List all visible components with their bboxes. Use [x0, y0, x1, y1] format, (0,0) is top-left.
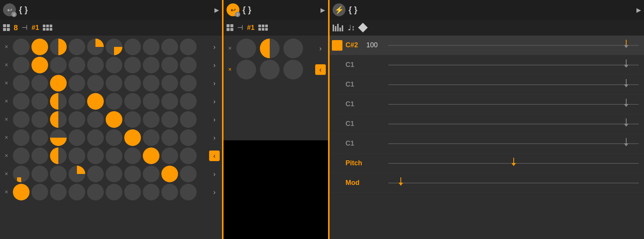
cell-3-9[interactable] [180, 93, 197, 110]
cell-2-5[interactable] [106, 75, 122, 92]
right-play-btn[interactable]: ▶ [636, 6, 641, 14]
cell-8-1[interactable] [31, 184, 48, 200]
note-slider-0[interactable] [388, 45, 639, 46]
mute-btn-8[interactable]: × [2, 188, 11, 196]
cell-0-9[interactable] [180, 39, 197, 55]
note-label-5[interactable]: C1 [345, 140, 366, 147]
cell-5-9[interactable] [180, 129, 197, 146]
left-play-btn[interactable]: ▶ [214, 6, 219, 14]
cell-2-8[interactable] [161, 75, 178, 92]
row-nav-2[interactable]: › [209, 78, 220, 88]
cell-2-6[interactable] [124, 75, 141, 92]
cell-5-8[interactable] [161, 129, 178, 146]
left-grid-icon[interactable] [43, 25, 52, 31]
cell-1-3[interactable] [69, 57, 85, 73]
row-nav-3[interactable]: › [209, 96, 220, 107]
middle-play-btn[interactable]: ▶ [320, 6, 325, 14]
note-slider-2[interactable] [388, 84, 639, 85]
cell-0-1[interactable] [31, 39, 48, 55]
mute-btn-2[interactable]: × [2, 79, 11, 87]
cell-6-2[interactable] [50, 147, 67, 164]
note-label-0[interactable]: C#2 [345, 41, 366, 49]
cell-8-4[interactable] [87, 184, 104, 200]
cell-4-6[interactable] [124, 111, 141, 128]
cell-8-8[interactable] [161, 184, 178, 200]
cell-5-3[interactable] [69, 129, 85, 146]
note-label-2[interactable]: C1 [345, 81, 366, 88]
cell-7-0[interactable] [13, 166, 30, 182]
cell-4-7[interactable] [143, 111, 159, 128]
mute-btn-5[interactable]: × [2, 133, 11, 142]
cell-0-3[interactable] [69, 39, 85, 55]
m-cell-0-0[interactable] [236, 39, 256, 58]
cell-3-5[interactable] [106, 93, 122, 110]
cell-2-3[interactable] [69, 75, 85, 92]
cell-1-7[interactable] [143, 57, 159, 73]
note-slider-5[interactable] [388, 143, 639, 144]
cell-5-5[interactable] [106, 129, 122, 146]
row-nav-0[interactable]: › [209, 42, 220, 52]
cell-8-3[interactable] [69, 184, 85, 200]
middle-hash[interactable]: #1 [247, 24, 255, 32]
row-nav-5[interactable]: › [209, 132, 220, 143]
middle-icon[interactable]: ↩ 2 [227, 3, 239, 16]
row-nav-7[interactable]: › [209, 169, 220, 179]
right-icon[interactable]: ⚡ [333, 3, 345, 16]
cell-6-0[interactable] [13, 147, 30, 164]
row-nav-8[interactable]: › [209, 187, 220, 197]
cell-8-0[interactable] [13, 184, 30, 200]
m-cell-0-1[interactable] [260, 39, 280, 58]
cell-1-0[interactable] [13, 57, 30, 73]
cell-7-8[interactable] [161, 166, 178, 182]
cell-0-4[interactable] [87, 39, 104, 55]
note-slider-6[interactable] [388, 163, 639, 164]
mute-btn-7[interactable]: × [2, 170, 11, 178]
left-dots-icon[interactable] [3, 24, 10, 31]
cell-7-4[interactable] [87, 166, 104, 182]
cell-1-2[interactable] [50, 57, 67, 73]
note-label-1[interactable]: C1 [345, 61, 366, 69]
cell-7-3[interactable] [69, 166, 85, 182]
cell-1-1[interactable] [31, 57, 48, 73]
right-braces[interactable]: { } [349, 5, 357, 15]
cell-7-1[interactable] [31, 166, 48, 182]
mute-btn-3[interactable]: × [2, 97, 11, 106]
cell-1-6[interactable] [124, 57, 141, 73]
m-cell-0-2[interactable] [283, 39, 303, 58]
cell-1-5[interactable] [106, 57, 122, 73]
cell-1-8[interactable] [161, 57, 178, 73]
cell-5-6[interactable] [124, 129, 141, 146]
cell-3-0[interactable] [13, 93, 30, 110]
note-icon[interactable]: ♩↕ [348, 23, 355, 32]
cell-4-4[interactable] [87, 111, 104, 128]
left-hash[interactable]: #1 [31, 24, 39, 32]
cell-4-3[interactable] [69, 111, 85, 128]
note-label-3[interactable]: C1 [345, 100, 366, 108]
note-label-6[interactable]: Pitch [345, 159, 366, 167]
left-number[interactable]: 8 [14, 23, 18, 32]
m-cell-1-2[interactable] [283, 60, 303, 79]
m-cell-1-1[interactable] [260, 60, 280, 79]
cell-3-6[interactable] [124, 93, 141, 110]
cell-7-9[interactable] [180, 166, 197, 182]
cell-8-7[interactable] [143, 184, 159, 200]
cell-8-9[interactable] [180, 184, 197, 200]
left-braces[interactable]: { } [19, 5, 28, 15]
mute-btn-4[interactable]: × [2, 115, 11, 124]
cell-0-2[interactable] [50, 39, 67, 55]
cell-4-8[interactable] [161, 111, 178, 128]
cell-8-6[interactable] [124, 184, 141, 200]
cell-3-2[interactable] [50, 93, 67, 110]
cell-5-4[interactable] [87, 129, 104, 146]
note-slider-4[interactable] [388, 124, 639, 124]
cell-7-6[interactable] [124, 166, 141, 182]
cell-5-2[interactable] [50, 129, 67, 146]
cell-0-8[interactable] [161, 39, 178, 55]
cell-4-9[interactable] [180, 111, 197, 128]
mute-btn-6[interactable]: × [2, 152, 11, 160]
cell-6-7[interactable] [143, 147, 159, 164]
cell-0-6[interactable] [124, 39, 141, 55]
cell-5-7[interactable] [143, 129, 159, 146]
middle-row-nav-0[interactable]: › [315, 43, 326, 54]
row-nav-1[interactable]: › [209, 60, 220, 70]
